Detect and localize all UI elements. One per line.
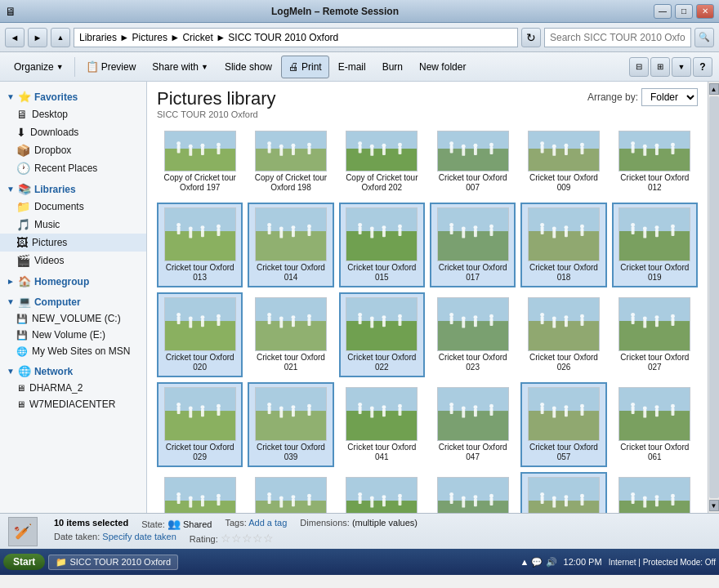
organize-button[interactable]: Organize ▼ xyxy=(7,56,71,78)
svg-rect-214 xyxy=(292,409,295,417)
photo-item-077[interactable]: Cricket tour Oxford 077 xyxy=(430,472,516,513)
sidebar-item-downloads[interactable]: ⬇ Downloads xyxy=(0,123,146,141)
sidebar-item-pictures[interactable]: 🖼 Pictures xyxy=(0,234,146,252)
sidebar-item-desktop[interactable]: 🖥 Desktop xyxy=(0,105,146,123)
photo-item-029[interactable]: Cricket tour Oxford 029 xyxy=(157,382,243,467)
sidebar-item-music[interactable]: 🎵 Music xyxy=(0,216,146,234)
photo-item-009[interactable]: Cricket tour Oxford 009 xyxy=(520,126,606,198)
start-button[interactable]: Start xyxy=(3,554,45,570)
libraries-header[interactable]: ▼ 📚 Libraries xyxy=(0,180,146,198)
search-input[interactable] xyxy=(544,28,691,47)
sidebar-item-documents[interactable]: 📁 Documents xyxy=(0,198,146,216)
address-input[interactable] xyxy=(74,28,518,47)
svg-rect-234 xyxy=(449,406,453,414)
photo-item-015[interactable]: Cricket tour Oxford 015 xyxy=(339,203,425,287)
photo-item-063[interactable]: Cricket tour Oxford 063 xyxy=(157,472,243,513)
help-button[interactable]: ? xyxy=(693,57,712,77)
taskbar-explorer-item[interactable]: 📁 SICC TOUR 2010 Oxford xyxy=(48,555,178,570)
network-header[interactable]: ▼ 🌐 Network xyxy=(0,363,146,380)
close-button[interactable]: ✕ xyxy=(696,4,714,19)
photo-item-007[interactable]: Cricket tour Oxford 007 xyxy=(430,126,516,198)
svg-point-195 xyxy=(671,314,675,318)
photo-label-057: Cricket tour Oxford 057 xyxy=(527,443,601,462)
svg-rect-167 xyxy=(438,321,508,350)
sidebar-item-w7media[interactable]: 🖥 W7MEDIACENTER xyxy=(0,396,146,412)
slideshow-button[interactable]: Slide show xyxy=(217,56,279,78)
svg-point-263 xyxy=(643,406,647,410)
state-label: State: xyxy=(141,519,165,529)
photo-item-027[interactable]: Cricket tour Oxford 027 xyxy=(612,292,698,377)
new-folder-button[interactable]: New folder xyxy=(412,56,473,78)
search-icon[interactable]: 🔍 xyxy=(694,28,714,47)
svg-rect-7 xyxy=(217,146,220,154)
photo-item-041[interactable]: Cricket tour Oxford 041 xyxy=(339,382,425,467)
sidebar-item-c-drive[interactable]: 💾 NEW_VOLUME (C:) xyxy=(0,310,146,327)
arrange-dropdown[interactable]: Folder Month Day Rating Tag xyxy=(641,88,698,106)
photo-item-018[interactable]: Cricket tour Oxford 018 xyxy=(520,203,606,287)
favorites-header[interactable]: ▼ ⭐ Favorites xyxy=(0,88,146,105)
photo-item-022[interactable]: Cricket tour Oxford 022 xyxy=(339,292,425,377)
photo-item-copy202[interactable]: Copy of Cricket tour Oxford 202 xyxy=(339,126,425,198)
scrollbar[interactable]: ▲ ▼ xyxy=(708,82,719,513)
maximize-button[interactable]: □ xyxy=(675,4,693,19)
burn-button[interactable]: Burn xyxy=(375,56,410,78)
sidebar-item-videos[interactable]: 🎬 Videos xyxy=(0,252,146,270)
photo-item-copy198[interactable]: Copy of Cricket tour Oxford 198 xyxy=(248,126,333,198)
photo-item-014[interactable]: Cricket tour Oxford 014 xyxy=(248,203,333,287)
sidebar-item-dropbox[interactable]: 📦 Dropbox xyxy=(0,141,146,159)
homegroup-header[interactable]: ► 🏠 Homegroup xyxy=(0,273,146,290)
back-button[interactable]: ◄ xyxy=(5,28,25,47)
svg-rect-200 xyxy=(165,411,235,440)
sidebar-item-e-drive[interactable]: 💾 New Volume (E:) xyxy=(0,327,146,343)
photo-item-047[interactable]: Cricket tour Oxford 047 xyxy=(430,382,516,467)
svg-point-312 xyxy=(540,492,544,497)
view-dropdown-button[interactable]: ▼ xyxy=(672,57,691,77)
view-toggle-button[interactable]: ⊞ xyxy=(650,57,670,77)
preview-button[interactable]: 📋 Preview xyxy=(78,56,144,78)
forward-button[interactable]: ► xyxy=(28,28,47,47)
photo-item-065[interactable]: Cricket tour Oxford 065 xyxy=(248,472,333,513)
computer-header[interactable]: ▼ 💻 Computer xyxy=(0,293,146,310)
sidebar-item-dharma[interactable]: 🖥 DHARMA_2 xyxy=(0,380,146,396)
svg-point-4 xyxy=(176,141,181,145)
svg-rect-100 xyxy=(438,208,508,231)
share-with-button[interactable]: Share with ▼ xyxy=(145,56,216,78)
tags-value: Add a tag xyxy=(248,518,287,528)
svg-point-283 xyxy=(307,494,311,498)
refresh-button[interactable]: ↻ xyxy=(521,28,541,47)
photo-label-047: Cricket tour Oxford 047 xyxy=(436,443,510,462)
svg-rect-31 xyxy=(371,148,374,156)
svg-point-327 xyxy=(671,494,675,498)
svg-rect-119 xyxy=(552,230,556,238)
minimize-button[interactable]: — xyxy=(654,4,672,19)
photo-item-020[interactable]: Cricket tour Oxford 020 xyxy=(157,292,243,377)
photo-item-021[interactable]: Cricket tour Oxford 021 xyxy=(248,292,333,377)
photo-item-075[interactable]: Cricket tour Oxford 075 xyxy=(339,472,425,513)
svg-point-228 xyxy=(398,404,402,408)
svg-rect-289 xyxy=(359,496,362,504)
photo-item-013[interactable]: Cricket tour Oxford 013 xyxy=(157,203,243,287)
email-button[interactable]: E-mail xyxy=(331,56,373,78)
photo-item-057[interactable]: Cricket tour Oxford 057 xyxy=(520,382,606,467)
svg-rect-328 xyxy=(644,500,647,508)
star-rating[interactable]: ☆☆☆☆☆ xyxy=(221,532,274,545)
up-button[interactable]: ▲ xyxy=(51,28,70,47)
photo-item-089[interactable]: Cricket tour Oxford 089 xyxy=(520,472,606,513)
photo-item-019[interactable]: Cricket tour Oxford 019 xyxy=(612,203,698,287)
sidebar-item-recent[interactable]: 🕐 Recent Places xyxy=(0,159,146,177)
view-extra-button[interactable]: ⊟ xyxy=(629,57,649,77)
photo-item-061[interactable]: Cricket tour Oxford 061 xyxy=(612,382,698,467)
photo-item-026[interactable]: Cricket tour Oxford 026 xyxy=(520,292,606,377)
photo-item-copy197[interactable]: Copy of Cricket tour Oxford 197 xyxy=(157,126,243,198)
photo-item-012[interactable]: Cricket tour Oxford 012 xyxy=(612,126,698,198)
photo-item-017[interactable]: Cricket tour Oxford 017 xyxy=(430,203,516,287)
photo-label-012: Cricket tour Oxford 012 xyxy=(618,173,691,193)
svg-point-6 xyxy=(200,144,204,148)
svg-rect-258 xyxy=(655,409,659,417)
photo-item-039[interactable]: Cricket tour Oxford 039 xyxy=(248,382,333,467)
photo-item-090[interactable]: Cricket tour Oxford 090 xyxy=(612,472,698,513)
photo-item-023[interactable]: Cricket tour Oxford 023 xyxy=(430,292,516,377)
print-button[interactable]: 🖨 Print xyxy=(281,56,329,78)
sidebar-item-msn[interactable]: 🌐 My Web Sites on MSN xyxy=(0,343,146,359)
state-value: Shared xyxy=(183,519,212,529)
